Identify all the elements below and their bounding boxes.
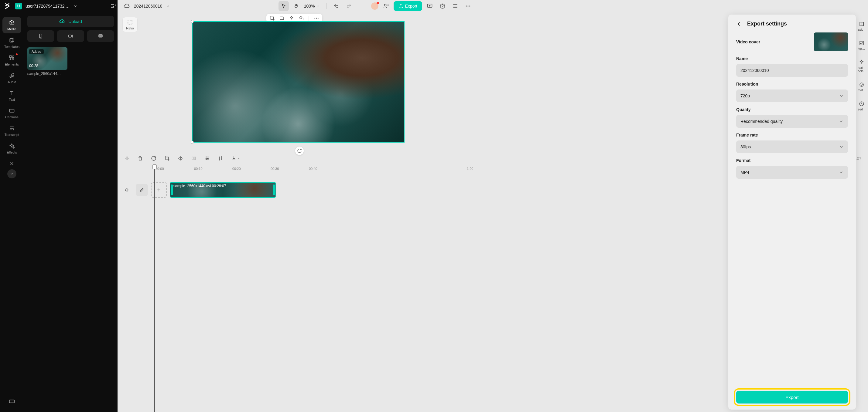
resize-handle-bl[interactable] [191,141,194,144]
project-name[interactable]: 202412060010 [134,4,162,8]
device-row [27,30,114,42]
rail-label: Templates [4,45,20,48]
svg-point-23 [316,18,317,19]
rail-transitions[interactable] [2,158,21,167]
crop-tool-icon[interactable] [164,156,170,161]
left-rail: Media Templates Elements Audio Text Capt… [0,12,24,226]
thumbnail-image: Added 00:28 [27,47,67,70]
rail-media[interactable]: Media [2,17,21,33]
help-icon[interactable] [437,1,448,11]
ratio-button[interactable]: Ratio [122,17,137,32]
pointer-tool[interactable] [279,1,289,11]
more-icon[interactable] [463,1,473,11]
rail-captions[interactable]: Captions [2,105,21,122]
hand-tool[interactable] [291,1,302,11]
user-avatar-small[interactable] [371,2,378,10]
upload-label: Upload [68,19,82,24]
mirror-icon[interactable] [178,156,183,161]
ruler-tick: 00:10 [194,167,203,171]
svg-rect-32 [192,157,193,160]
notification-dot-icon [377,2,379,4]
ruler-tick: 1:20 [467,167,473,171]
resize-handle-tl[interactable] [191,20,194,23]
adjustments-icon[interactable] [205,156,210,161]
ratio-label: Ratio [126,26,134,30]
svg-rect-16 [99,35,102,37]
playhead[interactable] [154,165,155,226]
rail-audio[interactable]: Audio [2,70,21,86]
transcript-icon [8,125,15,132]
ruler-tick: 00:30 [271,167,279,171]
svg-rect-18 [128,20,132,24]
effects-small-icon[interactable] [289,15,294,21]
thumbnail-name: sample_2560x144… [27,72,67,76]
zoom-level[interactable]: 100% [304,4,320,8]
split-icon[interactable] [191,156,196,161]
device-phone-button[interactable] [27,30,54,42]
app-logo[interactable] [3,2,11,10]
transitions-icon [8,160,15,167]
thumbnail-duration: 00:28 [29,64,38,68]
track-edit-toggle[interactable] [136,184,148,196]
redo-button[interactable] [344,1,354,11]
timeline-toolbar: 00:00:00 | 00:28:07 [118,152,476,165]
export-button-label: Export [405,4,417,8]
download-icon[interactable] [231,156,240,161]
settings-sliders-icon[interactable] [109,2,118,10]
rail-text[interactable]: Text [2,88,21,104]
preview-frame[interactable] [192,21,405,143]
upload-button[interactable]: Upload [27,16,114,27]
rail-more[interactable] [7,169,17,178]
timeline-clip[interactable]: sample_2560x1440.avi 00:28:07 [170,182,276,198]
rail-label: Audio [8,80,16,84]
mask-icon[interactable] [279,15,285,21]
svg-rect-17 [100,35,101,37]
elements-icon [8,55,15,61]
chevron-down-icon[interactable] [166,4,170,8]
crop-icon[interactable] [269,15,275,21]
svg-point-5 [469,5,470,6]
divider [327,3,327,9]
added-tag: Added [29,49,44,54]
svg-point-0 [384,4,386,6]
present-icon[interactable] [425,1,435,11]
delete-icon[interactable] [137,156,143,161]
rail-elements[interactable]: Elements [2,52,21,69]
add-user-button[interactable] [381,1,391,11]
rail-label: Text [9,98,15,101]
chevron-down-icon[interactable] [73,4,78,8]
ruler-tick: 00:40 [309,167,317,171]
media-thumbnail[interactable]: Added 00:28 sample_2560x144… [27,47,67,76]
cloud-icon[interactable] [124,3,130,9]
rail-label: Media [7,27,17,31]
clip-handle-right[interactable] [273,184,275,195]
user-avatar[interactable]: U [15,3,22,9]
clip-label: sample_2560x1440.avi 00:28:07 [174,184,226,188]
add-track-button[interactable]: + [151,182,167,198]
topbar: U user7172879411732'… 202412060010 100% [0,0,476,12]
rail-transcript[interactable]: Transcript [2,123,21,139]
text-icon [8,90,15,97]
timeline: 00:00 00:10 00:20 00:30 00:40 1:20 + sam… [118,165,476,226]
reorder-icon[interactable] [218,156,223,161]
zoom-value: 100% [304,4,315,8]
track-area: + sample_2560x1440.avi 00:28:07 [118,173,476,198]
ruler[interactable]: 00:00 00:10 00:20 00:30 00:40 1:20 [136,165,476,173]
cutout-icon[interactable] [299,15,304,21]
stack-icon[interactable] [450,1,460,11]
refresh-icon[interactable] [151,156,156,161]
rail-label: Transcript [5,133,20,137]
clip-handle-left[interactable] [171,184,173,195]
export-button[interactable]: Export [394,1,422,11]
device-camera-button[interactable] [57,30,84,42]
more-small-icon[interactable] [314,15,319,21]
undo-button[interactable] [331,1,341,11]
ruler-tick: 00:00 [155,167,164,171]
track-audio-toggle[interactable] [121,184,133,196]
rail-effects[interactable]: Effects [2,140,21,157]
svg-point-24 [318,18,318,19]
split-left-icon[interactable] [124,156,130,161]
rail-templates[interactable]: Templates [2,35,21,51]
username[interactable]: user7172879411732'… [26,4,69,8]
device-screen-button[interactable] [87,30,114,42]
